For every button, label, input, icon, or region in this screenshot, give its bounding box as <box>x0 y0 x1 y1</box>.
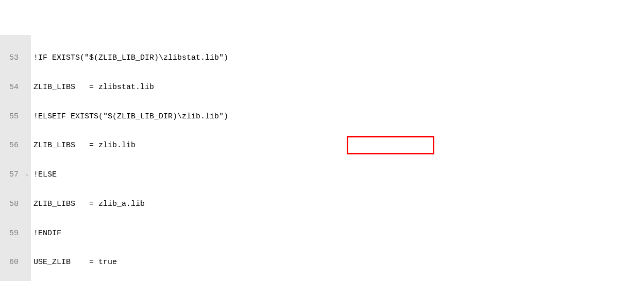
code-line[interactable]: ZLIB_LIBS = zlib_a.lib <box>31 199 644 210</box>
line-number: 59 <box>1 228 20 240</box>
code-editor[interactable]: 53 54 55 56 57 58 59 60 61 62 63 64 65 6… <box>0 35 644 281</box>
code-text-area[interactable]: !IF EXISTS("$(ZLIB_LIB_DIR)\zlibstat.lib… <box>31 35 644 281</box>
code-line[interactable]: USE_ZLIB = true <box>31 257 644 269</box>
line-number: 53 <box>1 52 20 64</box>
line-number: 60 <box>1 257 20 269</box>
code-text: !ELSE <box>33 170 57 179</box>
line-number: 55 <box>1 111 20 123</box>
code-line[interactable]: !ELSEIF EXISTS("$(ZLIB_LIB_DIR)\zlib.lib… <box>31 111 644 123</box>
line-number: 57 <box>1 169 20 181</box>
line-number: 56 <box>1 140 20 152</box>
code-line[interactable]: ZLIB_LIBS = zlibstat.lib <box>31 82 644 94</box>
line-number-gutter: 53 54 55 56 57 58 59 60 61 62 63 64 65 6… <box>0 35 22 281</box>
line-number: 58 <box>1 199 20 210</box>
code-line[interactable]: ⬨!ELSE <box>31 169 644 181</box>
line-number: 54 <box>1 82 20 94</box>
bookmark-icon: ⬨ <box>25 169 29 181</box>
code-line[interactable]: ZLIB_LIBS = zlib.lib <box>31 140 644 152</box>
fold-margin[interactable] <box>22 35 31 281</box>
code-line[interactable]: !IF EXISTS("$(ZLIB_LIB_DIR)\zlibstat.lib… <box>31 52 644 64</box>
code-line[interactable]: !ENDIF <box>31 228 644 240</box>
